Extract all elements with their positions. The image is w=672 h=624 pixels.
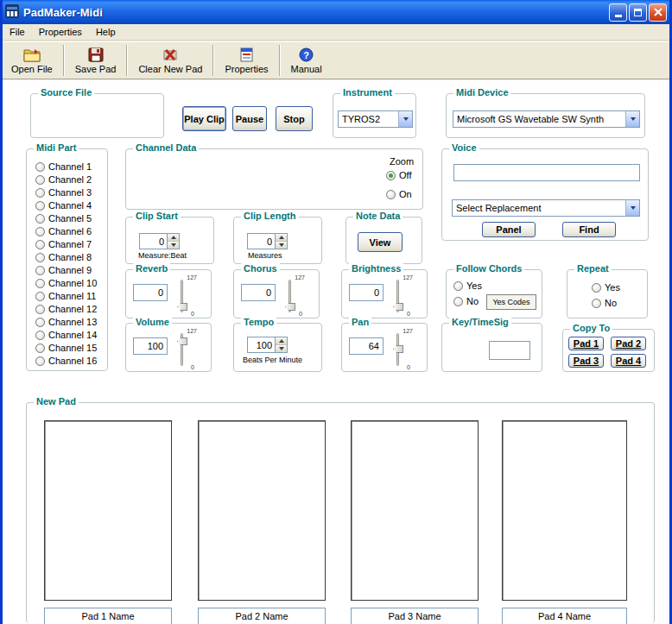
copy-to-pad-3-button[interactable]: Pad 3 <box>568 354 604 368</box>
slider-thumb[interactable] <box>285 303 295 311</box>
spin-down-icon[interactable] <box>168 242 179 249</box>
copy-to-pad-1-button[interactable]: Pad 1 <box>568 337 604 350</box>
follow-chords-yes-radio[interactable]: Yes <box>453 280 482 291</box>
clear-new-pad-button[interactable]: Clear New Pad <box>130 43 210 78</box>
group-chorus: Chorus 127 0 <box>233 269 320 318</box>
repeat-no-radio[interactable]: No <box>592 298 617 308</box>
radio-icon <box>592 283 601 293</box>
key-timesig-field[interactable] <box>489 341 530 360</box>
slider-thumb[interactable] <box>393 345 403 353</box>
radio-icon <box>592 299 601 308</box>
channel-16-radio[interactable]: Channel 16 <box>35 356 97 366</box>
menu-help[interactable]: Help <box>89 25 123 39</box>
pan-slider[interactable]: 127 0 <box>390 331 413 369</box>
pan-field[interactable] <box>349 337 384 355</box>
chorus-slider[interactable]: 127 0 <box>282 277 305 315</box>
channel-label: Channel 15 <box>48 343 97 353</box>
app-window: PadMaker-Midi File Properties Help Open … <box>0 0 672 624</box>
pad-3-display[interactable] <box>351 420 479 601</box>
save-pad-button[interactable]: Save Pad <box>67 43 124 78</box>
pad-4-name-field[interactable] <box>502 608 627 624</box>
chorus-field[interactable] <box>241 284 276 301</box>
slider-thumb[interactable] <box>393 303 403 311</box>
pad-2-name-field[interactable] <box>198 608 326 624</box>
zoom-on-radio[interactable]: On <box>386 189 412 199</box>
maximize-button[interactable] <box>629 3 647 22</box>
pad-2-display[interactable] <box>198 420 326 601</box>
channel-5-radio[interactable]: Channel 5 <box>35 213 92 224</box>
midi-device-select[interactable]: Microsoft GS Wavetable SW Synth <box>453 110 640 128</box>
minimize-icon <box>615 15 622 17</box>
pad-1-display[interactable] <box>44 420 172 601</box>
group-title: Source File <box>38 87 94 98</box>
slider-thumb[interactable] <box>177 303 187 311</box>
follow-chords-no-radio[interactable]: No <box>453 296 479 306</box>
play-clip-button[interactable]: Play Clip <box>182 106 226 131</box>
channel-2-radio[interactable]: Channel 2 <box>35 174 92 185</box>
replacement-select[interactable]: Select Replacement <box>452 199 640 217</box>
menu-properties[interactable]: Properties <box>32 25 89 39</box>
properties-button[interactable]: Properties <box>217 43 276 78</box>
channel-10-radio[interactable]: Channel 10 <box>35 278 97 288</box>
channel-11-radio[interactable]: Channel 11 <box>35 291 96 301</box>
pad-3-name-field[interactable] <box>351 608 479 624</box>
pad-4-display[interactable] <box>502 420 627 601</box>
radio-icon <box>386 171 396 180</box>
spin-up-icon[interactable] <box>276 234 287 242</box>
minimize-button[interactable] <box>609 3 627 22</box>
reverb-slider[interactable]: 127 0 <box>174 277 197 315</box>
volume-field[interactable] <box>133 337 168 355</box>
channel-15-radio[interactable]: Channel 15 <box>35 343 97 353</box>
copy-to-pad-2-button[interactable]: Pad 2 <box>611 337 646 350</box>
zoom-on-label: On <box>399 189 412 199</box>
view-button[interactable]: View <box>358 232 403 252</box>
menu-file[interactable]: File <box>3 25 32 39</box>
spin-up-icon[interactable] <box>168 234 179 242</box>
close-button[interactable] <box>649 3 667 22</box>
group-title: Voice <box>449 142 479 154</box>
brightness-field[interactable] <box>349 284 384 301</box>
manual-button[interactable]: ? Manual <box>283 43 330 78</box>
chevron-down-icon[interactable] <box>625 200 639 216</box>
pad-1-name-field[interactable] <box>44 608 172 624</box>
chevron-down-icon[interactable] <box>625 111 639 127</box>
channel-3-radio[interactable]: Channel 3 <box>35 187 92 198</box>
chevron-down-icon[interactable] <box>398 111 412 127</box>
radio-icon <box>35 305 45 314</box>
channel-4-radio[interactable]: Channel 4 <box>35 200 92 211</box>
tempo-spinner[interactable] <box>247 337 288 353</box>
channel-12-radio[interactable]: Channel 12 <box>35 304 97 314</box>
group-title: Volume <box>133 317 172 328</box>
spin-up-icon[interactable] <box>276 337 287 345</box>
brightness-slider[interactable]: 127 0 <box>390 277 413 315</box>
find-button[interactable]: Find <box>562 222 616 237</box>
clip-start-spinner[interactable] <box>139 233 180 249</box>
channel-1-radio[interactable]: Channel 1 <box>35 161 92 172</box>
channel-9-radio[interactable]: Channel 9 <box>35 265 92 275</box>
open-file-button[interactable]: Open File <box>3 43 60 78</box>
clip-length-spinner[interactable] <box>247 233 288 249</box>
title-bar[interactable]: PadMaker-Midi <box>0 0 672 24</box>
channel-13-radio[interactable]: Channel 13 <box>35 317 97 327</box>
repeat-yes-radio[interactable]: Yes <box>592 282 620 293</box>
slider-thumb[interactable] <box>177 337 187 345</box>
pause-button[interactable]: Pause <box>232 106 267 131</box>
yes-codes-button[interactable]: Yes Codes <box>486 294 536 310</box>
spin-down-icon[interactable] <box>276 242 287 249</box>
instrument-select[interactable]: TYROS2 <box>338 110 413 128</box>
panel-button[interactable]: Panel <box>482 222 536 237</box>
channel-8-radio[interactable]: Channel 8 <box>35 252 92 262</box>
reverb-field[interactable] <box>133 284 168 301</box>
channel-7-radio[interactable]: Channel 7 <box>35 239 92 249</box>
stop-button[interactable]: Stop <box>276 106 313 131</box>
channel-14-radio[interactable]: Channel 14 <box>35 330 97 340</box>
copy-to-pad-4-button[interactable]: Pad 4 <box>611 354 646 368</box>
clip-length-value[interactable] <box>247 233 275 249</box>
channel-6-radio[interactable]: Channel 6 <box>35 226 92 236</box>
tempo-value[interactable] <box>247 337 275 353</box>
zoom-off-radio[interactable]: Off <box>386 170 411 180</box>
volume-slider[interactable]: 127 0 <box>174 331 197 369</box>
voice-field[interactable] <box>453 164 640 181</box>
spin-down-icon[interactable] <box>276 345 287 352</box>
clip-start-value[interactable] <box>139 233 167 249</box>
